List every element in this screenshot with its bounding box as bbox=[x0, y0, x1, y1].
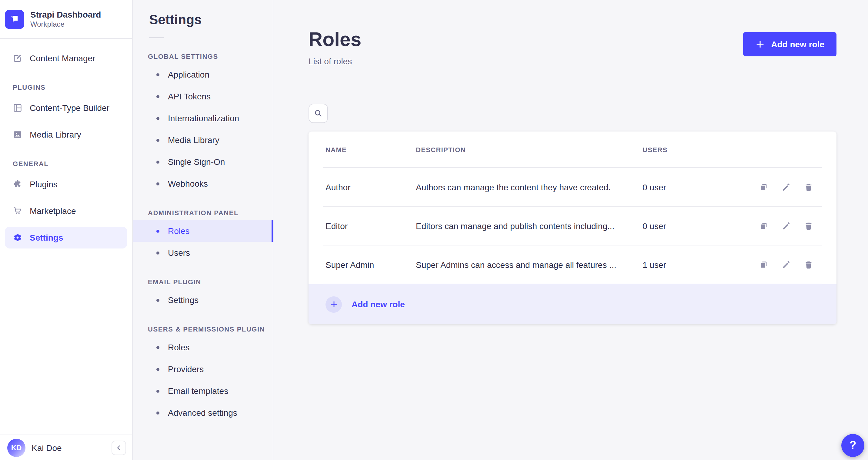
page-titles: Roles List of roles bbox=[309, 29, 361, 66]
page-header: Roles List of roles Add new role bbox=[309, 29, 836, 66]
subnav-item-users-admin[interactable]: Users bbox=[133, 242, 273, 264]
bullet-icon bbox=[156, 299, 159, 302]
table-row-author[interactable]: Author Authors can manage the content th… bbox=[309, 168, 836, 207]
role-users-count: 0 user bbox=[643, 221, 759, 231]
subnav-divider bbox=[149, 37, 164, 38]
sidebar-item-label: Content Manager bbox=[30, 53, 95, 63]
subnav-item-media-library[interactable]: Media Library bbox=[133, 129, 273, 151]
main-content: Roles List of roles Add new role NAME DE… bbox=[274, 0, 868, 460]
sidebar-item-content-manager[interactable]: Content Manager bbox=[5, 47, 127, 69]
bullet-icon bbox=[156, 182, 159, 185]
sidebar-nav: Content Manager PLUGINS Content-Type Bui… bbox=[0, 39, 132, 248]
add-new-role-button[interactable]: Add new role bbox=[743, 32, 836, 56]
role-users-count: 1 user bbox=[643, 260, 759, 270]
edit-role-button[interactable] bbox=[781, 182, 791, 192]
column-header-users: USERS bbox=[643, 146, 819, 153]
role-description: Super Admins can access and manage all f… bbox=[416, 260, 643, 270]
sidebar-item-label: Content-Type Builder bbox=[30, 103, 110, 113]
subnav-item-roles-up[interactable]: Roles bbox=[133, 336, 273, 358]
subnav-item-single-sign-on[interactable]: Single Sign-On bbox=[133, 151, 273, 173]
subnav-item-label: Single Sign-On bbox=[168, 157, 225, 167]
edit-role-button[interactable] bbox=[781, 221, 791, 231]
subnav-item-roles-admin[interactable]: Roles bbox=[133, 220, 273, 242]
page-title: Roles bbox=[309, 29, 361, 50]
bullet-icon bbox=[156, 251, 159, 254]
duplicate-role-button[interactable] bbox=[759, 260, 769, 270]
bullet-icon bbox=[156, 117, 159, 120]
sidebar-item-media-library[interactable]: Media Library bbox=[5, 124, 127, 146]
subnav-group-users-permissions-plugin: USERS & PERMISSIONS PLUGIN bbox=[133, 326, 273, 333]
duplicate-role-button[interactable] bbox=[759, 221, 769, 231]
subnav-item-internationalization[interactable]: Internationalization bbox=[133, 107, 273, 129]
bullet-icon bbox=[156, 368, 159, 371]
layout-grid-icon bbox=[13, 103, 23, 113]
sidebar-item-settings[interactable]: Settings bbox=[5, 227, 127, 248]
subnav-item-label: Webhooks bbox=[168, 179, 208, 188]
table-header-row: NAME DESCRIPTION USERS bbox=[309, 131, 836, 168]
help-button[interactable]: ? bbox=[841, 434, 864, 457]
subnav-item-api-tokens[interactable]: API Tokens bbox=[133, 86, 273, 107]
sidebar-item-content-type-builder[interactable]: Content-Type Builder bbox=[5, 97, 127, 119]
avatar[interactable]: KD bbox=[7, 438, 26, 457]
subnav-item-advanced-settings[interactable]: Advanced settings bbox=[133, 402, 273, 424]
trash-icon bbox=[804, 182, 813, 192]
add-new-role-row-label: Add new role bbox=[351, 299, 405, 309]
subnav-item-label: Providers bbox=[168, 364, 204, 374]
table-row-super-admin[interactable]: Super Admin Super Admins can access and … bbox=[309, 245, 836, 284]
sidebar-item-marketplace[interactable]: Marketplace bbox=[5, 200, 127, 222]
main-sidebar: Strapi Dashboard Workplace Content Manag… bbox=[0, 0, 133, 460]
duplicate-icon bbox=[759, 221, 769, 231]
app-subtitle: Workplace bbox=[30, 20, 101, 29]
sidebar-item-plugins[interactable]: Plugins bbox=[5, 173, 127, 195]
bullet-icon bbox=[156, 229, 159, 233]
edit-role-button[interactable] bbox=[781, 260, 791, 270]
table-row-editor[interactable]: Editor Editors can manage and publish co… bbox=[309, 207, 836, 245]
subnav-item-application[interactable]: Application bbox=[133, 64, 273, 86]
bullet-icon bbox=[156, 389, 159, 392]
subnav-group-email-plugin: EMAIL PLUGIN bbox=[133, 278, 273, 285]
sidebar-footer: KD Kai Doe bbox=[0, 434, 132, 460]
search-button[interactable] bbox=[309, 104, 328, 123]
workspace-header[interactable]: Strapi Dashboard Workplace bbox=[0, 0, 132, 39]
chevron-left-icon bbox=[115, 444, 122, 451]
picture-icon bbox=[13, 130, 23, 140]
subnav-item-webhooks[interactable]: Webhooks bbox=[133, 173, 273, 194]
plus-circle-icon bbox=[326, 296, 342, 312]
trash-icon bbox=[804, 260, 813, 270]
delete-role-button[interactable] bbox=[804, 260, 813, 270]
duplicate-role-button[interactable] bbox=[759, 182, 769, 192]
duplicate-icon bbox=[759, 182, 769, 192]
subnav-item-label: API Tokens bbox=[168, 92, 211, 101]
bullet-icon bbox=[156, 411, 159, 414]
puzzle-piece-icon bbox=[13, 179, 23, 189]
subnav-item-label: Users bbox=[168, 248, 190, 257]
role-name: Editor bbox=[326, 221, 416, 231]
subnav-group-global-settings: GLOBAL SETTINGS bbox=[133, 53, 273, 60]
shopping-cart-icon bbox=[13, 206, 23, 216]
collapse-sidebar-button[interactable] bbox=[112, 440, 126, 455]
sidebar-item-label: Settings bbox=[30, 233, 63, 242]
delete-role-button[interactable] bbox=[804, 182, 813, 192]
sidebar-item-label: Media Library bbox=[30, 130, 81, 140]
page-subtitle: List of roles bbox=[309, 56, 361, 66]
subnav-item-label: Media Library bbox=[168, 135, 219, 145]
user-name: Kai Doe bbox=[32, 443, 105, 453]
trash-icon bbox=[804, 221, 813, 231]
subnav-item-email-templates[interactable]: Email templates bbox=[133, 380, 273, 402]
subnav-item-email-settings[interactable]: Settings bbox=[133, 289, 273, 311]
plus-icon bbox=[755, 39, 765, 49]
row-actions bbox=[759, 182, 819, 192]
add-new-role-button-label: Add new role bbox=[771, 39, 824, 49]
subnav-item-providers[interactable]: Providers bbox=[133, 358, 273, 380]
feather-pen-icon bbox=[13, 53, 23, 63]
role-name: Super Admin bbox=[326, 260, 416, 270]
add-new-role-row-button[interactable]: Add new role bbox=[309, 284, 836, 324]
column-header-name: NAME bbox=[326, 146, 416, 153]
gear-icon bbox=[13, 233, 23, 242]
subnav-item-label: Roles bbox=[168, 342, 190, 352]
strapi-logo-icon bbox=[5, 9, 24, 29]
subnav-item-label: Advanced settings bbox=[168, 408, 237, 418]
subnav-title: Settings bbox=[133, 0, 273, 28]
subnav-item-label: Internationalization bbox=[168, 113, 239, 123]
delete-role-button[interactable] bbox=[804, 221, 813, 231]
